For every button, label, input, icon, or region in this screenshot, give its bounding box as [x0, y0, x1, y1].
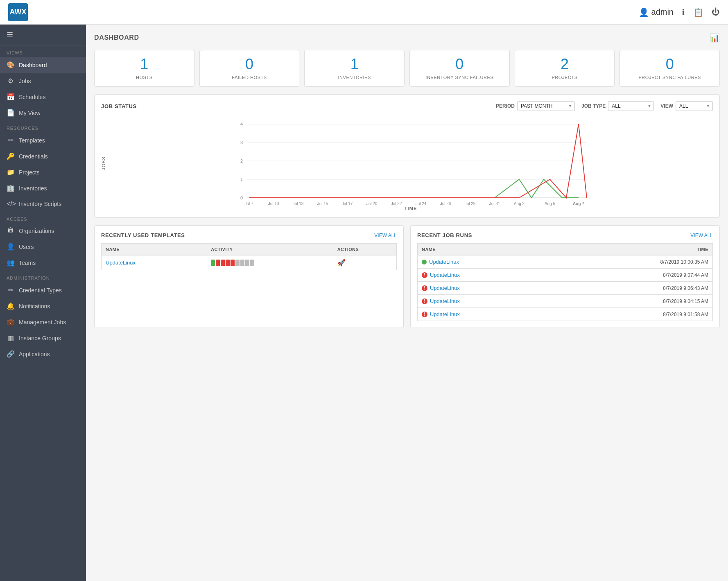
run-name-cell: ! UpdateLinux — [418, 269, 659, 281]
sidebar-item-label: Teams — [19, 260, 36, 266]
templates-view-all[interactable]: VIEW ALL — [374, 233, 397, 238]
job-type-select[interactable]: ALL Playbook Run SCM Update Inventory Sy… — [608, 101, 654, 111]
stat-card-failed-hosts[interactable]: 0 FAILED HOSTS — [199, 50, 300, 87]
power-icon[interactable]: ⏻ — [712, 7, 720, 17]
management-jobs-icon: 💼 — [7, 318, 15, 326]
svg-text:Jul 20: Jul 20 — [366, 201, 378, 206]
svg-text:0: 0 — [240, 195, 243, 200]
activity-bar — [235, 260, 240, 266]
runs-table-head: NAME TIME — [417, 243, 713, 255]
run-name-link[interactable]: UpdateLinux — [429, 259, 459, 265]
svg-text:2: 2 — [240, 158, 243, 163]
stat-card-project-sync-failures[interactable]: 0 PROJECT SYNC FAILURES — [619, 50, 720, 87]
stat-label: HOSTS — [99, 75, 189, 80]
sidebar-item-schedules[interactable]: 📅 Schedules — [0, 89, 86, 105]
recent-job-runs-card: RECENT JOB RUNS VIEW ALL NAME TIME Updat… — [410, 225, 720, 328]
sidebar-item-dashboard[interactable]: 🎨 Dashboard — [0, 57, 86, 73]
sidebar-item-projects[interactable]: 📁 Projects — [0, 164, 86, 180]
y-axis-label: JOBS — [101, 156, 106, 170]
sidebar-toggle[interactable]: ☰ — [0, 25, 86, 45]
svg-text:Aug 2: Aug 2 — [514, 201, 525, 206]
svg-text:Jul 15: Jul 15 — [317, 201, 328, 206]
stat-card-inventory-sync-failures[interactable]: 0 INVENTORY SYNC FAILURES — [409, 50, 510, 87]
launch-template-button[interactable]: 🚀 — [337, 259, 346, 266]
dashboard-header: DASHBOARD 📊 — [94, 33, 720, 43]
period-select[interactable]: PAST MONTH PAST TWO WEEKS PAST WEEK PAST… — [517, 101, 575, 111]
user-menu[interactable]: 👤 admin — [639, 7, 674, 17]
run-name-cell: UpdateLinux — [418, 255, 656, 268]
chart-container: JOBS 4 3 2 1 0 — [101, 116, 713, 211]
sidebar-item-organizations[interactable]: 🏛 Organizations — [0, 223, 86, 239]
table-row: ! UpdateLinux 8/7/2019 9:06:43 AM — [417, 281, 713, 294]
sidebar-item-notifications[interactable]: 🔔 Notifications — [0, 298, 86, 314]
sidebar-item-instance-groups[interactable]: ▦ Instance Groups — [0, 330, 86, 346]
access-section-label: ACCESS — [0, 212, 86, 223]
top-nav-right: 👤 admin ℹ 📋 ⏻ — [639, 7, 720, 17]
runs-card-title: RECENT JOB RUNS — [417, 232, 472, 238]
awx-logo[interactable]: AWX — [8, 3, 28, 21]
svg-text:Jul 13: Jul 13 — [293, 201, 304, 206]
sidebar-item-label: Management Jobs — [19, 319, 66, 326]
run-name-link[interactable]: UpdateLinux — [430, 285, 460, 291]
svg-text:Jul 29: Jul 29 — [465, 201, 476, 206]
template-name-link[interactable]: UpdateLinux — [106, 260, 136, 266]
activity-bar — [221, 260, 225, 266]
job-type-select-wrap[interactable]: ALL Playbook Run SCM Update Inventory Sy… — [608, 101, 654, 111]
sidebar-item-label: Notifications — [19, 303, 50, 310]
run-name-link[interactable]: UpdateLinux — [430, 311, 460, 317]
myview-icon: 📄 — [7, 109, 15, 117]
run-name-link[interactable]: UpdateLinux — [430, 298, 460, 304]
sidebar-item-label: Projects — [19, 169, 40, 176]
sidebar-item-management-jobs[interactable]: 💼 Management Jobs — [0, 314, 86, 330]
col-activity: ACTIVITY — [207, 244, 333, 255]
stat-label: INVENTORIES — [310, 75, 399, 80]
stat-card-projects[interactable]: 2 PROJECTS — [515, 50, 615, 87]
stat-number: 0 — [625, 57, 714, 72]
job-status-chart: 4 3 2 1 0 Jul 7 Jul 10 Jul 13 Jul 15 Jul… — [109, 116, 713, 206]
table-row: UpdateLinux 8/7/2019 10:00:35 AM — [417, 255, 713, 268]
credential-types-icon: ✏ — [7, 286, 15, 294]
svg-text:Jul 7: Jul 7 — [244, 201, 253, 206]
stat-number: 0 — [205, 57, 294, 72]
sidebar-item-label: Templates — [19, 137, 45, 144]
sidebar-item-inventories[interactable]: 🏢 Inventories — [0, 180, 86, 196]
sidebar-item-credential-types[interactable]: ✏ Credential Types — [0, 282, 86, 298]
runs-card-header: RECENT JOB RUNS VIEW ALL — [417, 232, 713, 238]
sidebar-item-applications[interactable]: 🔗 Applications — [0, 346, 86, 362]
templates-card-title: RECENTLY USED TEMPLATES — [101, 232, 185, 238]
activity-bar — [245, 260, 249, 266]
period-select-wrap[interactable]: PAST MONTH PAST TWO WEEKS PAST WEEK PAST… — [517, 101, 575, 111]
docs-icon[interactable]: 📋 — [693, 7, 703, 17]
status-dot-error: ! — [422, 272, 427, 278]
users-icon: 👤 — [7, 243, 15, 251]
job-status-card: JOB STATUS PERIOD PAST MONTH PAST TWO WE… — [94, 94, 720, 218]
bottom-row: RECENTLY USED TEMPLATES VIEW ALL NAME AC… — [94, 225, 720, 328]
sidebar-item-jobs[interactable]: ⚙ Jobs — [0, 73, 86, 89]
x-axis-label: TIME — [109, 206, 713, 211]
sidebar-item-label: Dashboard — [19, 62, 47, 68]
activity-bar — [226, 260, 230, 266]
view-label: VIEW — [660, 103, 673, 109]
table-row: ! UpdateLinux 8/7/2019 9:04:15 AM — [417, 294, 713, 307]
dashboard-settings-icon[interactable]: 📊 — [710, 33, 720, 43]
stat-card-inventories[interactable]: 1 INVENTORIES — [304, 50, 405, 87]
sidebar-item-templates[interactable]: ✏ Templates — [0, 132, 86, 148]
svg-text:Aug 7: Aug 7 — [573, 201, 584, 206]
sidebar-item-users[interactable]: 👤 Users — [0, 239, 86, 255]
sidebar-item-credentials[interactable]: 🔑 Credentials — [0, 148, 86, 164]
runs-view-all[interactable]: VIEW ALL — [690, 233, 713, 238]
sidebar-item-teams[interactable]: 👥 Teams — [0, 255, 86, 271]
templates-icon: ✏ — [7, 136, 15, 144]
col-actions: ACTIONS — [333, 244, 396, 255]
sidebar-item-myview[interactable]: 📄 My View — [0, 105, 86, 121]
inventory-scripts-icon: </> — [7, 200, 15, 208]
run-name-link[interactable]: UpdateLinux — [430, 272, 460, 278]
sidebar-item-label: Applications — [19, 351, 50, 357]
view-select-wrap[interactable]: ALL Successful Failed — [676, 101, 713, 111]
job-type-control: JOB TYPE ALL Playbook Run SCM Update Inv… — [581, 101, 654, 111]
stat-card-hosts[interactable]: 1 HOSTS — [94, 50, 194, 87]
view-select[interactable]: ALL Successful Failed — [676, 101, 713, 111]
stat-number: 1 — [99, 57, 189, 72]
sidebar-item-inventory-scripts[interactable]: </> Inventory Scripts — [0, 196, 86, 212]
info-icon[interactable]: ℹ — [682, 7, 685, 17]
